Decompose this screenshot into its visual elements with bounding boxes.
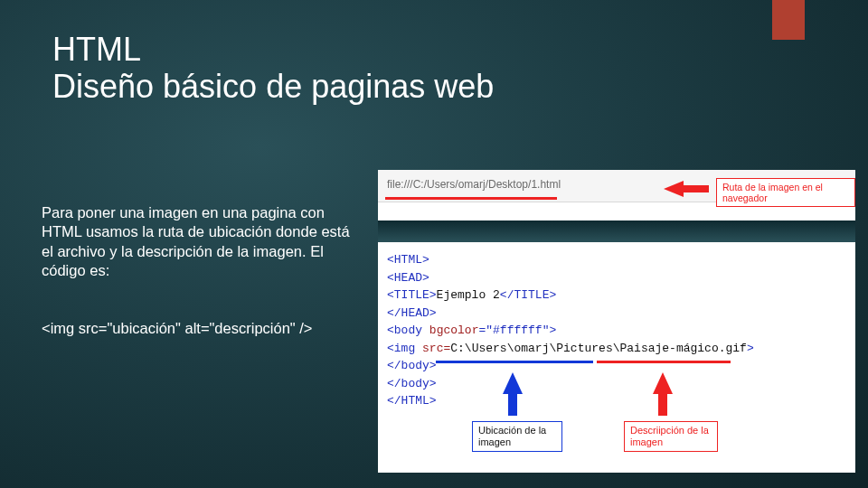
code-line: </body> bbox=[387, 357, 855, 375]
caption-blue: Ubicación de la imagen bbox=[472, 421, 562, 452]
arrow-up-blue-icon bbox=[503, 372, 523, 394]
code-line: <HEAD> bbox=[387, 269, 855, 287]
code-line: <HTML> bbox=[387, 251, 855, 269]
code-line: <body bgcolor="#ffffff"> bbox=[387, 322, 855, 340]
html-code-area: <HTML><HEAD><TITLE>Ejemplo 2</TITLE></HE… bbox=[378, 251, 855, 410]
code-line: </HTML> bbox=[387, 392, 855, 410]
arrow-left-icon bbox=[664, 181, 684, 197]
code-line: <TITLE>Ejemplo 2</TITLE> bbox=[387, 286, 855, 305]
title-line-1: HTML bbox=[52, 31, 494, 68]
intro-paragraph: Para poner una imagen en una pagina con … bbox=[42, 203, 358, 281]
screenshot-panel: file:///C:/Users/omarj/Desktop/1.html Ru… bbox=[378, 170, 855, 473]
code-example: <img src="ubicación" alt="descripción" /… bbox=[42, 319, 358, 338]
url-caption: Ruta de la imagen en el navegador bbox=[716, 178, 855, 207]
code-line: </HEAD> bbox=[387, 305, 855, 323]
arrow-up-red-icon bbox=[653, 372, 673, 394]
left-column: Para poner una imagen en una pagina con … bbox=[42, 203, 358, 376]
slide-title: HTML Diseño básico de paginas web bbox=[52, 31, 494, 106]
accent-tab bbox=[772, 0, 805, 40]
url-underline bbox=[385, 197, 557, 200]
title-line-2: Diseño básico de paginas web bbox=[52, 68, 494, 105]
gradient-strip bbox=[378, 221, 855, 242]
code-line: </body> bbox=[387, 375, 855, 393]
underline-red bbox=[597, 361, 731, 363]
underline-blue bbox=[436, 361, 593, 363]
code-line: <img src=C:\Users\omarj\Pictures\Paisaje… bbox=[387, 340, 855, 358]
caption-red: Descriipción de la imagen bbox=[624, 421, 718, 452]
